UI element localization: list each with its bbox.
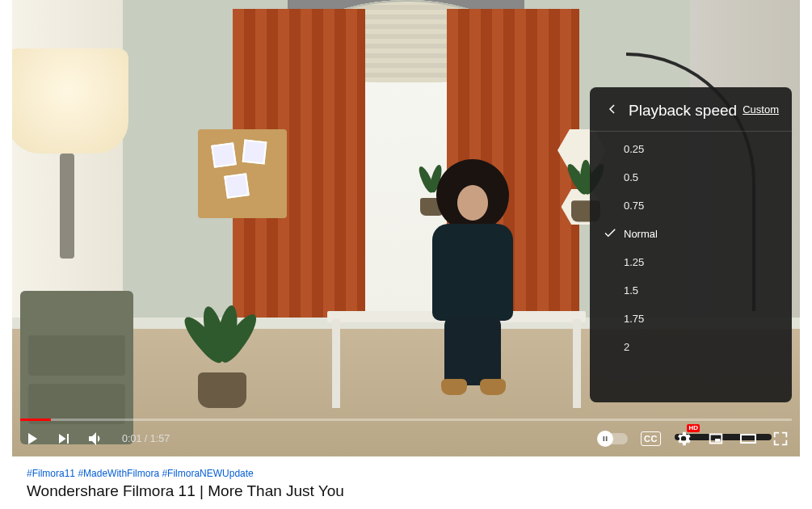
speed-option-label: 1.25: [624, 256, 644, 268]
duration: 1:57: [150, 433, 170, 444]
speed-option-0.5[interactable]: 0.5: [590, 163, 792, 191]
hd-badge: HD: [687, 424, 700, 432]
hashtag-link[interactable]: #MadeWithFilmora: [78, 468, 159, 479]
time-display: 0:01 / 1:57: [122, 433, 170, 444]
theater-icon: [738, 429, 758, 448]
fullscreen-button[interactable]: [771, 429, 790, 448]
volume-button[interactable]: [86, 429, 106, 448]
playback-speed-menu: Playback speed Custom 0.250.50.75Normal1…: [590, 87, 792, 402]
speed-option-0.75[interactable]: 0.75: [590, 191, 792, 220]
custom-speed-link[interactable]: Custom: [743, 103, 779, 116]
theater-button[interactable]: [738, 429, 758, 448]
speed-option-0.25[interactable]: 0.25: [590, 135, 792, 163]
autoplay-toggle[interactable]: [599, 433, 628, 444]
speed-option-label: 0.75: [624, 200, 644, 212]
current-time: 0:01: [122, 433, 141, 444]
settings-button[interactable]: HD: [674, 429, 693, 448]
speed-option-label: Normal: [624, 228, 658, 240]
pause-icon: [601, 435, 609, 443]
play-button[interactable]: [22, 429, 41, 448]
chevron-left-icon: [605, 102, 620, 116]
speed-option-1.5[interactable]: 1.5: [590, 276, 792, 305]
play-icon: [22, 428, 41, 449]
video-title: Wondershare Filmora 11 | More Than Just …: [27, 482, 785, 500]
captions-button[interactable]: CC: [641, 431, 661, 446]
speed-option-normal[interactable]: Normal: [590, 220, 792, 248]
fullscreen-icon: [772, 430, 789, 448]
menu-back-button[interactable]: [603, 99, 622, 119]
speed-option-2[interactable]: 2: [590, 333, 792, 361]
hashtag-link[interactable]: #Filmora11: [27, 468, 75, 479]
hashtag-link[interactable]: #FilmoraNEWUpdate: [162, 468, 253, 479]
skip-next-icon: [54, 429, 74, 448]
gear-icon: [675, 430, 692, 448]
player-controls: 0:01 / 1:57 CC HD: [12, 421, 800, 456]
speed-option-label: 1.5: [624, 284, 638, 297]
check-icon: [603, 225, 617, 242]
menu-title: Playback speed: [629, 102, 743, 120]
miniplayer-button[interactable]: [706, 429, 726, 448]
video-player[interactable]: Playback speed Custom 0.250.50.75Normal1…: [12, 0, 800, 456]
volume-icon: [86, 429, 106, 448]
speed-option-1.25[interactable]: 1.25: [590, 248, 792, 276]
speed-option-label: 0.5: [624, 171, 638, 183]
speed-option-1.75[interactable]: 1.75: [590, 305, 792, 333]
speed-option-label: 2: [624, 341, 629, 353]
speed-option-label: 0.25: [624, 143, 644, 155]
miniplayer-icon: [707, 430, 725, 448]
next-button[interactable]: [54, 429, 74, 448]
hashtag-row: #Filmora11 #MadeWithFilmora #FilmoraNEWU…: [27, 468, 785, 479]
speed-option-label: 1.75: [624, 313, 644, 325]
